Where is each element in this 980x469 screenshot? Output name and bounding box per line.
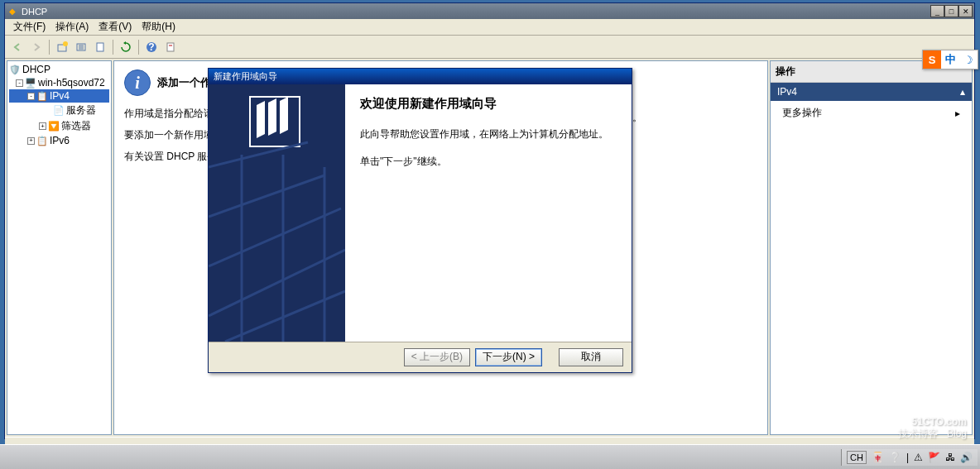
toolbar-separator (138, 40, 139, 55)
list-button[interactable] (72, 38, 90, 56)
next-button[interactable]: 下一步(N) > (475, 348, 542, 366)
actions-panel: 操作 IPv4▴ 更多操作▸ (770, 60, 973, 435)
ipv6-icon: 📋 (36, 135, 48, 146)
ime-badge[interactable]: S 中 ☽ (922, 50, 978, 69)
properties-button[interactable] (161, 38, 180, 56)
tree-ipv6[interactable]: +📋IPv6 (9, 134, 109, 147)
actions-more[interactable]: 更多操作▸ (771, 101, 972, 125)
tree-server-opts[interactable]: 📄服务器 (9, 103, 109, 118)
tree-ipv4[interactable]: -📋IPv4 (9, 89, 109, 103)
wizard-titlebar[interactable]: 新建作用域向导 (209, 69, 632, 84)
menubar: 文件(F) 操作(A) 查看(V) 帮助(H) (5, 19, 974, 36)
back-button (8, 38, 26, 56)
menu-file[interactable]: 文件(F) (8, 18, 50, 36)
tray-sound-icon[interactable]: 🔊 (960, 452, 973, 463)
toolbar: ? (5, 36, 974, 59)
ipv4-icon: 📋 (36, 90, 48, 102)
svg-text:?: ? (148, 41, 154, 53)
app-icon: ◆ (7, 6, 18, 17)
tree-filters[interactable]: +🔽筛选器 (9, 118, 109, 134)
svg-rect-10 (169, 45, 172, 46)
menu-help[interactable]: 帮助(H) (137, 18, 180, 36)
wizard-body: 欢迎使用新建作用域向导 此向导帮助您设置作用域，在网络上为计算机分配地址。 单击… (209, 84, 632, 342)
window-title: DHCP (22, 7, 930, 17)
filter-icon: 🔽 (48, 121, 60, 132)
wizard-continue: 单击"下一步"继续。 (360, 154, 617, 170)
menu-view[interactable]: 查看(V) (94, 18, 137, 36)
actions-section[interactable]: IPv4▴ (771, 83, 972, 101)
wizard-dialog: 新建作用域向导 欢迎使用新建作用域向导 此向导帮助您设置作用域，在网络上为计算机… (208, 68, 632, 373)
menu-action[interactable]: 操作(A) (50, 18, 94, 36)
tray-ime-icon[interactable]: 🀄 (872, 452, 884, 463)
folder-icon: 📄 (53, 105, 65, 117)
wizard-main: 欢迎使用新建作用域向导 此向导帮助您设置作用域，在网络上为计算机分配地址。 单击… (345, 84, 632, 342)
tray-warning-icon[interactable]: ⚠ (914, 452, 923, 463)
tray-flag-icon[interactable]: 🚩 (928, 452, 940, 463)
collapse-icon[interactable]: - (27, 93, 35, 100)
refresh-button[interactable] (117, 38, 135, 56)
tray-sep: | (906, 452, 909, 463)
tree-server[interactable]: -🖥️win-h5qsovd72 (9, 76, 109, 89)
tray-help-icon[interactable]: ❔ (889, 452, 901, 463)
svg-point-1 (63, 41, 68, 46)
ime-s-icon: S (923, 50, 941, 69)
titlebar[interactable]: ◆ DHCP _ □ ✕ (5, 3, 974, 19)
svg-rect-9 (167, 43, 174, 51)
back-button: < 上一步(B) (404, 348, 470, 366)
wizard-title: 新建作用域向导 (210, 70, 630, 83)
toolbar-separator (49, 40, 50, 55)
ime-zh-icon: 中 (941, 50, 959, 69)
add-button[interactable] (53, 38, 71, 56)
wizard-sidebar (209, 84, 345, 342)
wizard-desc: 此向导帮助您设置作用域，在网络上为计算机分配地址。 (360, 127, 617, 142)
svg-rect-6 (97, 43, 103, 51)
chevron-right-icon: ▸ (955, 108, 960, 119)
maximize-button[interactable]: □ (944, 5, 958, 17)
tray-network-icon[interactable]: 🖧 (945, 452, 955, 463)
server-icon: 🖥️ (25, 77, 36, 89)
tree-panel[interactable]: 🛡️DHCP -🖥️win-h5qsovd72 -📋IPv4 📄服务器 +🔽筛选… (7, 60, 112, 435)
ime-moon-icon: ☽ (959, 50, 978, 69)
toolbar-separator (113, 40, 113, 55)
chevron-up-icon: ▴ (960, 86, 965, 98)
close-button[interactable]: ✕ (958, 5, 973, 17)
wizard-welcome: 欢迎使用新建作用域向导 (360, 96, 617, 112)
dhcp-icon: 🛡️ (9, 64, 21, 75)
window-buttons: _ □ ✕ (930, 5, 973, 17)
collapse-icon[interactable]: - (16, 79, 23, 87)
tree-root[interactable]: 🛡️DHCP (9, 63, 109, 76)
forward-button (27, 38, 46, 56)
doc-button[interactable] (91, 38, 109, 56)
expand-icon[interactable]: + (39, 122, 46, 130)
language-indicator[interactable]: CH (847, 451, 867, 464)
watermark: 51CTO.com 技术博客 Blog (898, 417, 967, 439)
system-tray[interactable]: CH 🀄 ❔ | ⚠ 🚩 🖧 🔊 (841, 449, 978, 466)
taskbar[interactable]: CH 🀄 ❔ | ⚠ 🚩 🖧 🔊 (0, 444, 980, 469)
expand-icon[interactable]: + (27, 137, 35, 145)
wizard-buttons: < 上一步(B) 下一步(N) > 取消 (209, 342, 632, 371)
minimize-button[interactable]: _ (930, 5, 944, 17)
cancel-button[interactable]: 取消 (559, 348, 623, 366)
info-icon: i (124, 69, 151, 96)
help-button[interactable]: ? (142, 38, 161, 56)
